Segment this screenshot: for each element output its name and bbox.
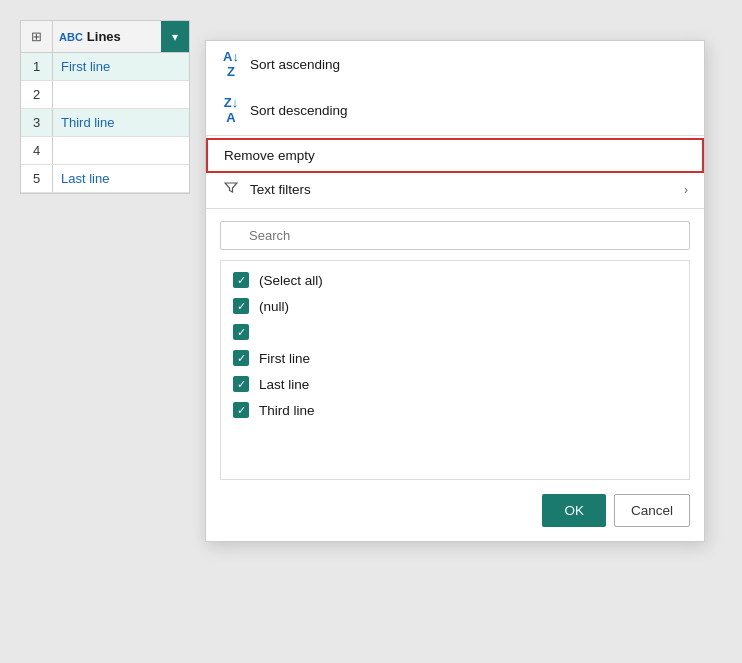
- remove-empty-item[interactable]: Remove empty: [206, 138, 704, 173]
- menu-separator-1: [206, 135, 704, 136]
- remove-empty-label: Remove empty: [224, 148, 315, 163]
- column-header: ABC Lines ▾: [53, 21, 189, 52]
- text-filters-label: Text filters: [250, 182, 311, 197]
- column-header-label: Lines: [87, 29, 121, 44]
- sort-descending-item[interactable]: Z↓A Sort descending: [206, 87, 704, 133]
- checkbox-list: ✓ (Select all) ✓ (null) ✓ ✓ F: [220, 260, 690, 480]
- row-num-header: ⊞: [21, 21, 53, 52]
- checkbox-third-line[interactable]: ✓ Third line: [221, 397, 689, 423]
- dropdown-arrow-icon: ▾: [172, 30, 178, 44]
- dropdown-button[interactable]: ▾: [161, 21, 189, 52]
- row-cell: First line: [53, 59, 189, 74]
- sort-descending-label: Sort descending: [250, 103, 348, 118]
- row-cell: Third line: [53, 115, 189, 130]
- checkbox-null-label: (null): [259, 299, 289, 314]
- footer-buttons: OK Cancel: [206, 480, 704, 541]
- check-icon: ✓: [237, 378, 246, 391]
- sort-descending-icon: Z↓A: [222, 95, 240, 125]
- table-row: 3 Third line: [21, 109, 189, 137]
- cancel-button[interactable]: Cancel: [614, 494, 690, 527]
- checkbox-last-line[interactable]: ✓ Last line: [221, 371, 689, 397]
- text-filters-item[interactable]: Text filters ›: [206, 173, 704, 206]
- abc-icon: ABC: [59, 31, 83, 43]
- checkbox-first-line-label: First line: [259, 351, 310, 366]
- sort-ascending-icon: A↓Z: [222, 49, 240, 79]
- checkbox-null-box: ✓: [233, 298, 249, 314]
- search-wrapper: [220, 221, 690, 250]
- menu-separator-2: [206, 208, 704, 209]
- row-number: 1: [21, 53, 53, 80]
- search-input[interactable]: [220, 221, 690, 250]
- dropdown-menu: A↓Z Sort ascending Z↓A Sort descending R…: [205, 40, 705, 542]
- checkbox-select-all-label: (Select all): [259, 273, 323, 288]
- check-icon: ✓: [237, 404, 246, 417]
- row-number: 2: [21, 81, 53, 108]
- checkbox-null[interactable]: ✓ (null): [221, 293, 689, 319]
- chevron-right-icon: ›: [684, 183, 688, 197]
- checkbox-select-all[interactable]: ✓ (Select all): [221, 267, 689, 293]
- sort-ascending-label: Sort ascending: [250, 57, 340, 72]
- ok-button[interactable]: OK: [542, 494, 606, 527]
- row-number: 4: [21, 137, 53, 164]
- checkbox-last-line-box: ✓: [233, 376, 249, 392]
- checkbox-third-line-label: Third line: [259, 403, 315, 418]
- check-icon: ✓: [237, 274, 246, 287]
- table-row: 2: [21, 81, 189, 109]
- checkbox-empty-box: ✓: [233, 324, 249, 340]
- checkbox-third-line-box: ✓: [233, 402, 249, 418]
- checkbox-select-all-box: ✓: [233, 272, 249, 288]
- check-icon: ✓: [237, 352, 246, 365]
- search-area: [206, 211, 704, 260]
- spreadsheet: ⊞ ABC Lines ▾ 1 First line 2 3 Third lin…: [20, 20, 190, 194]
- row-number: 3: [21, 109, 53, 136]
- checkbox-first-line[interactable]: ✓ First line: [221, 345, 689, 371]
- sort-ascending-item[interactable]: A↓Z Sort ascending: [206, 41, 704, 87]
- table-row: 1 First line: [21, 53, 189, 81]
- table-row: 4: [21, 137, 189, 165]
- filter-icon: [222, 181, 240, 198]
- checkbox-last-line-label: Last line: [259, 377, 309, 392]
- checkbox-empty[interactable]: ✓: [221, 319, 689, 345]
- column-header-row: ⊞ ABC Lines ▾: [21, 21, 189, 53]
- table-row: 5 Last line: [21, 165, 189, 193]
- checkbox-first-line-box: ✓: [233, 350, 249, 366]
- row-cell: Last line: [53, 171, 189, 186]
- check-icon: ✓: [237, 300, 246, 313]
- row-number: 5: [21, 165, 53, 192]
- check-icon: ✓: [237, 326, 246, 339]
